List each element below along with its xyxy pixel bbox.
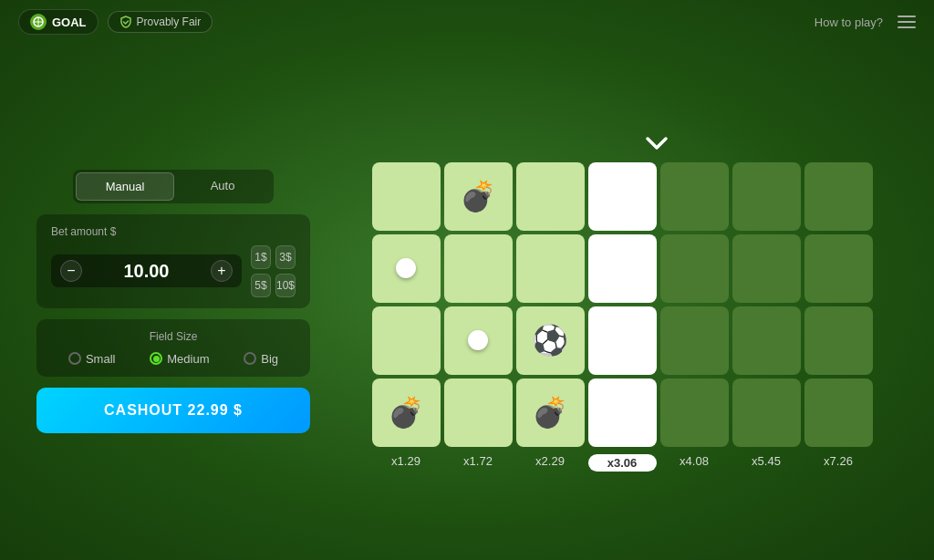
- menu-icon[interactable]: [898, 16, 916, 28]
- quick-bet-1[interactable]: 1$: [251, 245, 271, 269]
- cell-0-6[interactable]: [804, 162, 873, 231]
- field-option-big[interactable]: Big: [244, 352, 278, 366]
- quick-bet-buttons: 1$ 3$ 5$ 10$: [251, 245, 296, 297]
- provably-fair-button[interactable]: Provably Fair: [108, 11, 213, 33]
- field-size-label: Field Size: [51, 330, 296, 343]
- tab-manual[interactable]: Manual: [76, 172, 174, 201]
- mult-1: x1.72: [444, 454, 513, 472]
- cell-0-2[interactable]: [516, 162, 585, 231]
- cell-0-4[interactable]: [660, 162, 729, 231]
- field-option-small[interactable]: Small: [68, 352, 116, 366]
- radio-small: [68, 352, 81, 365]
- bet-decrease-button[interactable]: −: [60, 260, 82, 282]
- cell-3-4[interactable]: [660, 379, 729, 447]
- field-option-medium[interactable]: Medium: [150, 352, 209, 366]
- cell-0-3[interactable]: [588, 162, 657, 231]
- game-grid: 💣: [372, 162, 873, 447]
- cell-2-6[interactable]: [804, 306, 873, 375]
- cell-2-0[interactable]: [372, 306, 441, 375]
- field-big-label: Big: [261, 352, 278, 366]
- cell-0-5[interactable]: [732, 162, 801, 231]
- cell-1-4[interactable]: [660, 234, 729, 303]
- cell-3-1[interactable]: [444, 379, 513, 447]
- white-ball-icon-2-1: [468, 330, 488, 350]
- cell-1-0[interactable]: [372, 234, 441, 303]
- grid-row-1: [372, 234, 873, 303]
- quick-bet-5[interactable]: 5$: [251, 274, 271, 297]
- mult-5: x5.45: [732, 454, 801, 472]
- cell-2-4[interactable]: [660, 306, 729, 375]
- white-ball-icon-1-0: [396, 258, 416, 278]
- bet-box: Bet amount $ − 10.00 + 1$ 3$ 5$ 10$: [36, 214, 310, 308]
- quick-bet-10[interactable]: 10$: [275, 274, 296, 297]
- chevron-down-icon: [644, 135, 669, 151]
- field-size-box: Field Size Small Medium Big: [36, 319, 310, 377]
- bet-row: − 10.00 + 1$ 3$ 5$ 10$: [51, 245, 296, 297]
- cell-3-2[interactable]: 💣: [516, 379, 585, 447]
- cell-2-5[interactable]: [732, 306, 801, 375]
- multiplier-row: x1.29 x1.72 x2.29 x3.06 x4.08 x5.45 x7.2…: [372, 454, 873, 472]
- cell-1-1[interactable]: [444, 234, 513, 303]
- bet-control: − 10.00 +: [51, 254, 242, 287]
- bet-increase-button[interactable]: +: [211, 260, 233, 282]
- soccer-ball-icon-2-2: ⚽: [532, 326, 568, 355]
- mode-tabs: Manual Auto: [73, 170, 274, 203]
- left-panel: Manual Auto Bet amount $ − 10.00 + 1$ 3$…: [36, 170, 310, 433]
- grid-row-0: 💣: [372, 162, 873, 231]
- mult-3-active: x3.06: [588, 454, 657, 472]
- cell-1-3[interactable]: [588, 234, 657, 303]
- cell-2-3[interactable]: [588, 306, 657, 375]
- cell-2-2[interactable]: ⚽: [516, 306, 585, 375]
- mult-6: x7.26: [804, 454, 873, 472]
- radio-medium: [150, 352, 162, 365]
- game-grid-panel: 💣: [347, 131, 898, 472]
- cashout-button[interactable]: CASHOUT 22.99 $: [36, 388, 310, 433]
- field-options: Small Medium Big: [51, 352, 296, 366]
- cell-3-6[interactable]: [804, 379, 873, 447]
- cell-3-0[interactable]: 💣: [372, 379, 441, 447]
- radio-big: [244, 352, 256, 365]
- bomb-icon-0-1: 💣: [460, 181, 496, 211]
- field-medium-label: Medium: [167, 352, 209, 366]
- tab-auto[interactable]: Auto: [174, 172, 271, 201]
- cell-3-3[interactable]: [588, 379, 657, 447]
- grid-row-3: 💣 💣: [372, 379, 873, 447]
- header: GOAL Provably Fair How to play?: [0, 0, 934, 44]
- cell-3-5[interactable]: [732, 379, 801, 447]
- grid-row-2: ⚽: [372, 306, 873, 375]
- bomb-icon-3-2: 💣: [532, 398, 568, 427]
- header-right: How to play?: [815, 16, 916, 29]
- mult-4: x4.08: [660, 454, 729, 472]
- main-content: Manual Auto Bet amount $ − 10.00 + 1$ 3$…: [0, 44, 934, 558]
- active-column-chevron: [644, 131, 669, 157]
- field-small-label: Small: [86, 352, 116, 366]
- logo-label: GOAL: [52, 16, 87, 29]
- radio-medium-inner: [153, 356, 160, 362]
- cell-1-6[interactable]: [804, 234, 873, 303]
- bomb-icon-3-0: 💣: [388, 398, 424, 427]
- header-left: GOAL Provably Fair: [18, 9, 213, 35]
- chevron-row: [576, 131, 669, 157]
- cell-1-5[interactable]: [732, 234, 801, 303]
- bet-label: Bet amount $: [51, 225, 296, 238]
- shield-icon: [119, 16, 132, 28]
- provably-fair-label: Provably Fair: [137, 16, 202, 28]
- mult-2: x2.29: [516, 454, 585, 472]
- goal-logo-icon: [30, 14, 47, 30]
- how-to-play-link[interactable]: How to play?: [815, 16, 883, 29]
- quick-bet-3[interactable]: 3$: [275, 245, 296, 269]
- mult-0: x1.29: [372, 454, 441, 472]
- cell-2-1[interactable]: [444, 306, 513, 375]
- logo-button[interactable]: GOAL: [18, 9, 99, 35]
- cell-1-2[interactable]: [516, 234, 585, 303]
- bet-value: 10.00: [89, 261, 203, 282]
- cell-0-1[interactable]: 💣: [444, 162, 513, 231]
- cell-0-0[interactable]: [372, 162, 441, 231]
